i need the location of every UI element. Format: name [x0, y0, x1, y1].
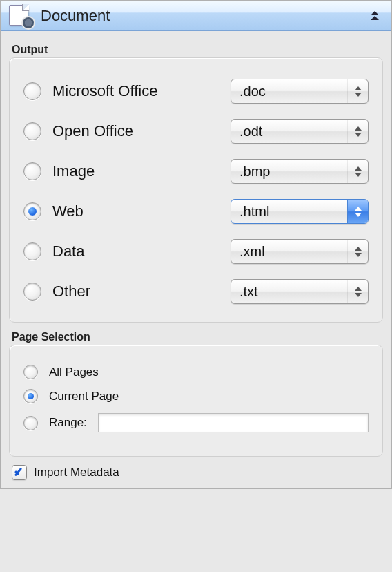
format-popup-image[interactable]: .bmp	[231, 159, 369, 184]
document-panel: Document Output Microsoft Office .doc Op…	[0, 0, 392, 489]
label-image: Image	[52, 162, 219, 180]
stepper-icon	[347, 120, 368, 143]
output-row-web: Web .html	[23, 199, 369, 224]
panel-body: Output Microsoft Office .doc Open Office…	[1, 31, 391, 488]
output-row-other: Other .txt	[23, 279, 369, 304]
label-open-office: Open Office	[52, 122, 219, 140]
output-legend: Output	[12, 44, 380, 56]
stepper-icon	[347, 79, 368, 103]
panel-header: Document	[1, 1, 391, 31]
page-row-current: Current Page	[23, 389, 369, 403]
format-value-data: .xml	[231, 244, 347, 260]
output-row-microsoft-office: Microsoft Office .doc	[23, 79, 369, 104]
stepper-icon	[347, 200, 368, 223]
format-popup-other[interactable]: .txt	[231, 279, 369, 304]
format-popup-data[interactable]: .xml	[231, 239, 369, 264]
format-value-web: .html	[231, 204, 347, 220]
stepper-icon	[347, 240, 368, 263]
label-range: Range:	[49, 416, 87, 430]
radio-all-pages[interactable]	[23, 365, 38, 379]
radio-range[interactable]	[23, 416, 38, 430]
format-popup-web[interactable]: .html	[231, 199, 369, 224]
radio-current-page[interactable]	[23, 389, 38, 403]
radio-data[interactable]	[23, 242, 41, 260]
label-other: Other	[52, 283, 219, 301]
page-row-range: Range:	[23, 413, 369, 432]
collapse-double-chevron-icon[interactable]	[366, 8, 383, 24]
label-data: Data	[52, 242, 219, 260]
range-input[interactable]	[98, 413, 369, 432]
import-metadata-checkbox[interactable]	[12, 465, 27, 480]
label-microsoft-office: Microsoft Office	[52, 82, 219, 100]
radio-web[interactable]	[23, 202, 41, 220]
format-value-microsoft-office: .doc	[231, 84, 347, 99]
radio-microsoft-office[interactable]	[23, 82, 41, 100]
output-row-open-office: Open Office .odt	[23, 119, 369, 144]
radio-image[interactable]	[23, 162, 41, 180]
label-all-pages: All Pages	[49, 365, 369, 379]
format-popup-microsoft-office[interactable]: .doc	[231, 79, 369, 104]
label-current-page: Current Page	[49, 390, 369, 403]
stepper-icon	[347, 160, 368, 183]
page-selection-group: All Pages Current Page Range:	[9, 345, 383, 457]
page-selection-legend: Page Selection	[12, 331, 380, 343]
radio-open-office[interactable]	[23, 122, 41, 140]
output-group: Microsoft Office .doc Open Office .odt I…	[9, 57, 383, 323]
output-row-data: Data .xml	[23, 239, 369, 264]
format-popup-open-office[interactable]: .odt	[231, 119, 369, 144]
label-web: Web	[52, 202, 219, 220]
format-value-open-office: .odt	[231, 124, 347, 140]
import-metadata-row: Import Metadata	[12, 465, 380, 480]
page-row-all: All Pages	[23, 365, 369, 379]
stepper-icon	[347, 280, 368, 303]
format-value-other: .txt	[231, 284, 347, 300]
radio-other[interactable]	[23, 283, 41, 301]
format-value-image: .bmp	[231, 164, 347, 180]
panel-title: Document	[41, 7, 366, 25]
document-icon	[9, 5, 32, 27]
import-metadata-label: Import Metadata	[34, 466, 119, 479]
output-row-image: Image .bmp	[23, 159, 369, 184]
